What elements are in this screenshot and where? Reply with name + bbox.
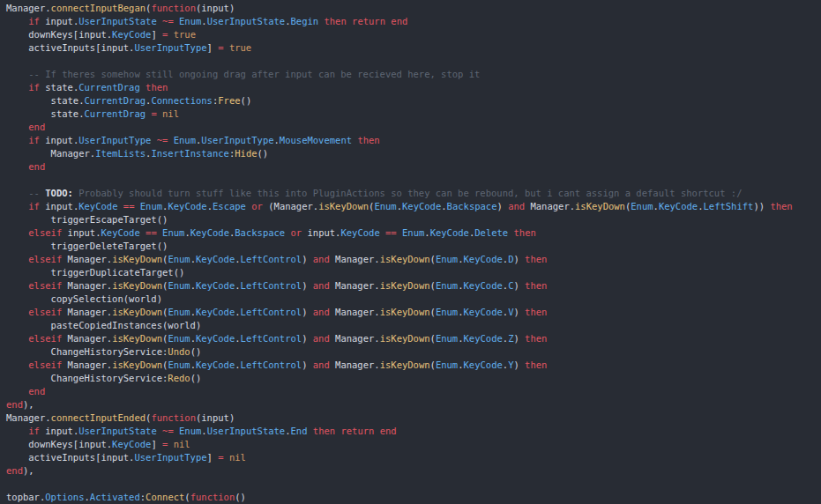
code-token: function <box>151 412 196 423</box>
code-token: Probably should turn stuff like this int… <box>73 188 743 198</box>
code-token: -- If theres somehow still ongoing drag … <box>28 69 480 79</box>
code-token: UserInputState <box>207 426 286 436</box>
code-token: ChangeHistoryService: <box>6 346 168 357</box>
code-token: Manager. <box>62 333 112 344</box>
code-line: topbar.Options.Activated:Connect(functio… <box>6 491 821 504</box>
code-token: connectInputEnded <box>51 412 146 423</box>
code-token: KeyCode <box>112 439 151 449</box>
code-line: -- If theres somehow still ongoing drag … <box>6 68 821 81</box>
code-token: end <box>6 465 23 476</box>
code-token: KeyCode <box>340 227 379 238</box>
code-token: LeftControl <box>241 280 302 291</box>
code-token: ItemLists <box>95 148 146 159</box>
code-token: Enum <box>402 227 424 238</box>
code-token <box>6 333 28 344</box>
code-token: Redo <box>168 373 190 383</box>
code-token: UserInputType <box>78 135 151 145</box>
code-token: true <box>174 29 196 40</box>
code-token: then <box>525 254 547 264</box>
code-token: Free <box>218 95 240 106</box>
code-token: UserInputType <box>201 135 273 145</box>
code-token: Undo <box>168 346 190 357</box>
code-token: (input) <box>196 3 235 13</box>
code-token: ) <box>302 307 313 317</box>
code-token: KeyCode <box>464 307 503 317</box>
code-token: then <box>324 16 346 26</box>
code-token: and <box>313 359 330 370</box>
code-token: ) <box>302 280 313 291</box>
code-token: Manager. <box>330 280 380 291</box>
code-token: Enum <box>168 307 190 317</box>
code-token: KeyCode <box>168 201 206 211</box>
code-token: (input) <box>196 412 235 423</box>
code-token: ] <box>207 452 219 463</box>
code-token <box>6 82 28 93</box>
code-token: == <box>123 201 135 211</box>
code-line: copySelection(world) <box>6 293 821 306</box>
code-token: end <box>28 386 45 397</box>
code-line: elseif Manager.isKeyDown(Enum.KeyCode.Le… <box>6 253 821 266</box>
code-token: then <box>770 201 792 211</box>
code-token: CurrentDrag <box>85 108 146 119</box>
code-token: triggerEscapeTarget() <box>6 214 168 225</box>
code-token: KeyCode <box>196 359 235 370</box>
code-token: end <box>6 399 23 410</box>
code-token: copySelection(world) <box>6 293 162 304</box>
code-token: triggerDeleteTarget() <box>6 241 168 251</box>
code-line: pasteCopiedInstances(world) <box>6 319 821 332</box>
code-token: and <box>313 333 330 344</box>
code-token: elseif <box>28 359 62 370</box>
code-token: KeyCode <box>464 359 503 370</box>
code-token: ] <box>207 42 219 53</box>
code-token: () <box>257 148 269 159</box>
code-token: ) <box>302 333 313 344</box>
code-token: Enum <box>168 333 190 344</box>
code-token <box>6 161 28 172</box>
code-token: isKeyDown <box>112 359 162 370</box>
code-token: isKeyDown <box>112 254 162 264</box>
code-token: Begin <box>291 16 319 26</box>
code-token: connectInputBegan <box>51 3 146 13</box>
code-token: then <box>525 333 547 344</box>
code-token: elseif <box>28 280 62 291</box>
code-line: downKeys[input.KeyCode] = nil <box>6 438 821 451</box>
code-token: (Manager. <box>263 201 318 211</box>
code-token: Backspace <box>235 227 285 238</box>
code-line: ChangeHistoryService:Undo() <box>6 345 821 359</box>
code-token: then <box>514 227 536 238</box>
script-editor[interactable]: Manager.connectInputBegan(function(input… <box>0 0 821 504</box>
code-line: downKeys[input.KeyCode] = true <box>6 28 821 41</box>
code-token: )) <box>753 201 770 211</box>
code-token: end <box>391 16 407 26</box>
code-token: Enum <box>631 201 653 211</box>
code-token: InsertInstance <box>151 148 229 159</box>
code-token: Manager. <box>6 412 51 423</box>
code-token: Enum <box>162 227 184 238</box>
code-token: ~= <box>162 426 174 436</box>
code-token: downKeys[input. <box>6 439 112 449</box>
code-token: CurrentDrag <box>78 82 140 93</box>
code-token: ~= <box>157 135 168 145</box>
code-token: and <box>313 254 330 264</box>
code-token: isKeyDown <box>318 201 369 211</box>
code-line: Manager.connectInputBegan(function(input… <box>6 2 821 15</box>
code-token <box>6 69 28 79</box>
code-token: input. <box>40 135 78 145</box>
code-token: nil <box>229 452 246 463</box>
code-token: activeInputs[input. <box>6 452 134 463</box>
code-token: nil <box>174 439 190 449</box>
code-token: end <box>28 122 45 132</box>
code-token: KeyCode <box>430 227 469 238</box>
code-line: activeInputs[input.UserInputType] = true <box>6 41 821 55</box>
code-token: input. <box>40 201 78 211</box>
code-token: == <box>385 227 397 238</box>
code-token <box>6 359 28 370</box>
code-line: if state.CurrentDrag then <box>6 81 821 94</box>
code-token: function <box>190 492 235 502</box>
code-token: and <box>313 280 330 291</box>
code-line: if input.UserInputState ~= Enum.UserInpu… <box>6 425 821 438</box>
code-line: state.CurrentDrag.Connections:Free() <box>6 94 821 107</box>
code-token <box>6 307 28 317</box>
code-token: () <box>241 95 252 106</box>
code-token: LeftControl <box>241 333 302 344</box>
